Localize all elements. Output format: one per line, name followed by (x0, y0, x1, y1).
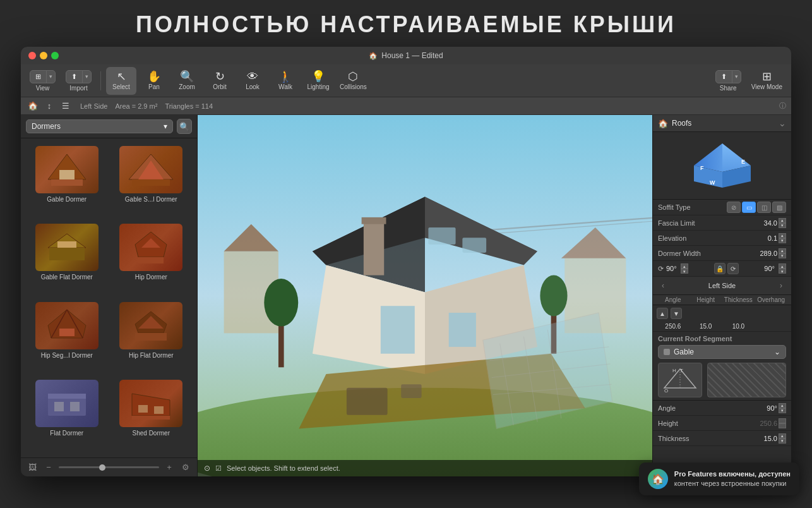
dormers-dropdown[interactable]: Dormers ▾ (26, 119, 173, 133)
import-main[interactable]: ⬆ (66, 71, 82, 83)
import-arrow[interactable]: ▾ (82, 71, 91, 83)
svg-rect-43 (381, 306, 415, 354)
segment-type-dropdown[interactable]: Gable ⌄ (658, 345, 786, 359)
toolbar-collisions[interactable]: ⬡ Collisions (336, 67, 371, 95)
lock-icon[interactable]: 🔒 (714, 263, 725, 274)
panel-dropdown-button[interactable]: ⌄ (779, 118, 786, 128)
thickness-down-button[interactable]: ▾ (779, 438, 786, 444)
toolbar-walk[interactable]: 🚶 Walk (270, 67, 301, 95)
zoom-out-button[interactable]: − (42, 461, 55, 474)
toolbar-pan[interactable]: ✋ Pan (139, 67, 169, 95)
toolbar-look[interactable]: 👁 Look (237, 67, 268, 95)
next-segment-button[interactable]: › (775, 279, 787, 292)
angle-prop-stepper[interactable]: ▴ ▾ (779, 403, 786, 413)
angle-right-stepper[interactable]: ▴ ▾ (779, 263, 786, 274)
angle-right-up[interactable]: ▴ (779, 263, 786, 269)
row-up-icon[interactable]: ▲ (657, 308, 668, 319)
elevation-label: Elevation (658, 234, 768, 242)
close-button[interactable] (28, 52, 36, 59)
svg-rect-60 (462, 238, 486, 253)
list-item[interactable]: Hip Dormer (110, 221, 193, 296)
segment-type-label: Gable (674, 348, 694, 356)
toolbar-lighting[interactable]: 💡 Lighting (303, 67, 333, 95)
texture-preview (707, 363, 786, 397)
soffit-btn-3[interactable]: ◫ (757, 202, 771, 213)
fascia-up-button[interactable]: ▴ (779, 218, 786, 223)
list-item[interactable]: Gable Flat Dormer (26, 221, 108, 296)
dormer-width-up-button[interactable]: ▴ (779, 248, 786, 253)
gable-s-dormer-thumb (119, 146, 182, 193)
table-row-icons: ▲ ▼ (653, 305, 791, 322)
zoom-slider[interactable] (59, 466, 159, 468)
thickness-prop-stepper[interactable]: ▴ ▾ (779, 433, 786, 444)
soffit-btn-4[interactable]: ▨ (772, 202, 786, 213)
angle-down-button[interactable]: ▾ (779, 408, 786, 413)
list-item[interactable]: Gable S...l Dormer (110, 143, 193, 219)
dormer-width-stepper[interactable]: ▴ ▾ (779, 248, 786, 258)
soffit-type-row: Soffit Type ⊘ ▭ ◫ ▨ (653, 200, 791, 215)
settings-button[interactable]: ⚙ (179, 461, 192, 474)
elevation-stepper[interactable]: ▴ ▾ (779, 233, 786, 243)
list-item[interactable]: Hip Seg...l Dormer (26, 299, 108, 375)
view-main[interactable]: ⊞ (30, 71, 46, 83)
list-item[interactable]: Shed Dormer (110, 377, 193, 452)
list-button[interactable]: ☰ (59, 99, 73, 113)
svg-rect-7 (49, 248, 85, 260)
share-split[interactable]: ⬆ ▾ (715, 70, 741, 83)
toolbar-select[interactable]: ↖ Select (106, 67, 136, 95)
view-arrow[interactable]: ▾ (46, 71, 55, 83)
list-item[interactable]: Hip Flat Dormer (110, 299, 193, 375)
sync-icon[interactable]: ⟳ (727, 263, 739, 274)
angle-right-down[interactable]: ▾ (779, 269, 786, 274)
toolbar-share[interactable]: ⬆ ▾ Share (712, 67, 745, 95)
fascia-limit-stepper[interactable]: ▴ ▾ (779, 218, 786, 228)
import-label: Import (69, 85, 87, 92)
search-button[interactable]: 🔍 (177, 119, 192, 134)
share-arrow[interactable]: ▾ (732, 71, 741, 83)
height-down-button[interactable]: ▾ (779, 423, 786, 428)
prev-segment-button[interactable]: ‹ (657, 279, 669, 292)
height-prop-stepper[interactable]: ▴ ▾ (779, 418, 786, 428)
roof-icon: 🏠 (658, 119, 668, 128)
height-up-button[interactable]: ▴ (779, 418, 786, 423)
toolbar-view[interactable]: ⊞ ▾ View (26, 67, 59, 95)
angle-header: Angle (657, 296, 690, 303)
soffit-btn-1[interactable]: ⊘ (727, 202, 741, 213)
angle-left-down[interactable]: ▾ (681, 269, 688, 274)
fascia-down-button[interactable]: ▾ (779, 223, 786, 228)
home-button[interactable]: 🏠 (26, 99, 40, 113)
share-main[interactable]: ⬆ (716, 71, 732, 83)
dormer-grid: Gable Dormer Gable S...l Dormer (21, 138, 197, 457)
view-mode-icon: ⊞ (762, 71, 772, 82)
angle-up-button[interactable]: ▴ (779, 403, 786, 408)
dormer-width-row: Dormer Width 289.0 ▴ ▾ (653, 246, 791, 261)
toolbar-orbit[interactable]: ↻ Orbit (205, 67, 235, 95)
levels-button[interactable]: ↕ (42, 99, 56, 113)
dormer-width-down-button[interactable]: ▾ (779, 253, 786, 258)
main-toolbar: ⊞ ▾ View ⬆ ▾ Import ↖ Select ✋ Pan (21, 64, 791, 97)
soffit-btn-2[interactable]: ▭ (742, 202, 756, 213)
row-down-icon[interactable]: ▼ (671, 308, 682, 319)
maximize-button[interactable] (51, 52, 59, 59)
soffit-buttons: ⊘ ▭ ◫ ▨ (727, 202, 786, 213)
import-split-button[interactable]: ⬆ ▾ (66, 70, 92, 83)
list-item[interactable]: Gable Dormer (26, 143, 108, 219)
view-split-button[interactable]: ⊞ ▾ (30, 70, 56, 83)
viewport[interactable]: ⊙ ☑ Select objects. Shift to extend sele… (198, 115, 652, 476)
look-label: Look (246, 83, 260, 90)
elevation-row: Elevation 0.1 ▴ ▾ (653, 231, 791, 246)
toolbar-import[interactable]: ⬆ ▾ Import (62, 67, 95, 95)
app-window: 🏠 House 1 — Edited ⊞ ▾ View ⬆ ▾ Import (21, 47, 791, 476)
angle-left-stepper[interactable]: ▴ ▾ (681, 263, 688, 274)
toolbar-view-mode[interactable]: ⊞ View Mode (748, 67, 786, 95)
list-item[interactable]: Flat Dormer (26, 377, 108, 452)
elevation-down-button[interactable]: ▾ (779, 238, 786, 243)
height-prop-label: Height (658, 420, 760, 427)
zoom-in-button[interactable]: + (163, 461, 176, 474)
thickness-up-button[interactable]: ▴ (779, 433, 786, 438)
minimize-button[interactable] (40, 52, 47, 59)
elevation-up-button[interactable]: ▴ (779, 233, 786, 238)
image-button[interactable]: 🖼 (26, 461, 39, 474)
toolbar-zoom[interactable]: 🔍 Zoom (172, 67, 202, 95)
angle-left-up[interactable]: ▴ (681, 263, 688, 269)
